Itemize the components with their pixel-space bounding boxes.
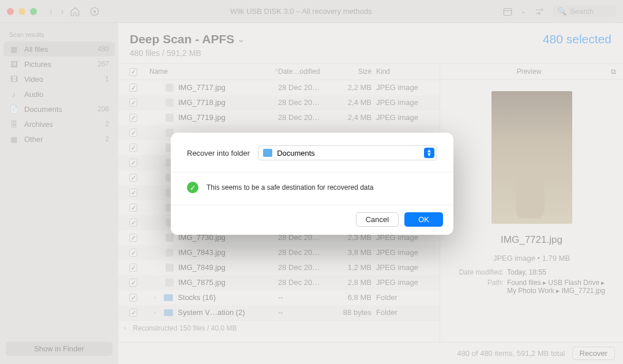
ok-button[interactable]: OK <box>404 212 443 227</box>
folder-icon <box>263 149 272 157</box>
recover-folder-label: Recover into folder <box>187 149 250 157</box>
folder-select-value: Documents <box>277 149 315 157</box>
select-arrows-icon: ▲▼ <box>424 148 434 158</box>
checkmark-icon: ✓ <box>187 182 198 193</box>
safe-destination-message: This seems to be a safe destination for … <box>207 183 374 192</box>
folder-select[interactable]: Documents ▲▼ <box>258 145 437 160</box>
recover-dialog: Recover into folder Documents ▲▼ ✓ This … <box>171 133 453 235</box>
cancel-button[interactable]: Cancel <box>356 212 399 227</box>
